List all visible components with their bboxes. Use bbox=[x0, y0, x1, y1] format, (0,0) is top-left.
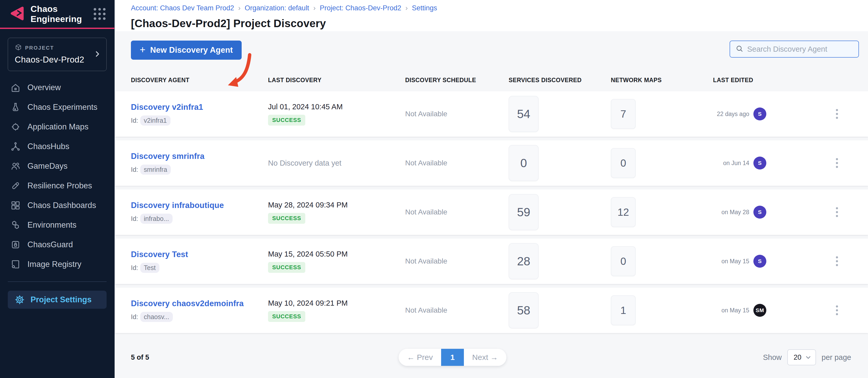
sidebar-item-overview[interactable]: Overview bbox=[0, 78, 114, 97]
chaos-logo-icon bbox=[9, 6, 25, 22]
sidebar-item-project-settings[interactable]: Project Settings bbox=[8, 291, 106, 309]
last-discovery-date: May 10, 2024 09:21 PM bbox=[268, 299, 405, 307]
breadcrumb-link-project[interactable]: Project: Chaos-Dev-Prod2 bbox=[320, 4, 412, 12]
plus-icon: + bbox=[140, 45, 146, 55]
sidebar-item-gamedays[interactable]: GameDays bbox=[0, 156, 114, 176]
network-maps-count-tile: 1 bbox=[611, 295, 636, 325]
agent-id: Id:infrabo... bbox=[131, 214, 268, 224]
breadcrumb-link-account[interactable]: Account: Chaos Dev Team Prod2 bbox=[131, 4, 245, 12]
breadcrumb-link-organization[interactable]: Organization: default bbox=[245, 4, 320, 12]
last-edited-text: on May 28 bbox=[713, 209, 749, 216]
people-icon bbox=[10, 161, 21, 171]
next-button[interactable]: Next → bbox=[464, 349, 506, 366]
kebab-menu-button[interactable] bbox=[834, 204, 840, 220]
status-badge: SUCCESS bbox=[268, 115, 305, 126]
search-box bbox=[730, 41, 859, 58]
table-footer: 5 of 5 ← Prev 1 Next → Show 20 per page bbox=[131, 337, 859, 378]
sidebar-item-application-maps[interactable]: Application Maps bbox=[0, 117, 114, 137]
avatar: SM bbox=[753, 304, 766, 317]
services-count-tile: 59 bbox=[509, 194, 539, 230]
pagination: ← Prev 1 Next → bbox=[399, 349, 506, 366]
last-edited-text: on Jun 14 bbox=[713, 160, 749, 167]
project-label: PROJECT bbox=[25, 45, 54, 51]
schedule-text: Not Available bbox=[405, 306, 509, 314]
per-page-label: per page bbox=[822, 353, 851, 362]
kebab-menu-button[interactable] bbox=[834, 106, 840, 122]
kebab-menu-button[interactable] bbox=[834, 302, 840, 318]
avatar: S bbox=[753, 157, 766, 170]
prev-button[interactable]: ← Prev bbox=[399, 349, 441, 366]
new-discovery-agent-button[interactable]: + New Discovery Agent bbox=[131, 41, 242, 60]
flask-icon bbox=[10, 102, 21, 112]
project-selector-card[interactable]: PROJECT Chaos-Dev-Prod2 bbox=[8, 38, 106, 71]
agent-id: Id:smrinfra bbox=[131, 165, 268, 175]
last-discovery-date: May 28, 2024 09:34 PM bbox=[268, 201, 405, 209]
table-header-last-discovery: LAST DISCOVERY bbox=[268, 77, 405, 84]
sidebar-item-resilience-probes[interactable]: Resilience Probes bbox=[0, 176, 114, 196]
kebab-menu-button[interactable] bbox=[834, 253, 840, 270]
avatar: S bbox=[753, 255, 766, 268]
sidebar-item-image-registry[interactable]: Image Registry bbox=[0, 254, 114, 274]
id-pill: infrabo... bbox=[140, 214, 173, 224]
status-badge: SUCCESS bbox=[268, 213, 305, 224]
table-row: Discovery v2infra1 Id:v2infra1 Jul 01, 2… bbox=[115, 91, 868, 137]
sidebar-item-environments[interactable]: Environments bbox=[0, 215, 114, 235]
results-count: 5 of 5 bbox=[131, 353, 149, 362]
table-header-last-edited: LAST EDITED bbox=[713, 77, 859, 84]
target-icon bbox=[10, 122, 21, 132]
last-edited-text: 22 days ago bbox=[713, 111, 749, 117]
lock-icon bbox=[10, 240, 21, 250]
services-count-tile: 0 bbox=[509, 145, 539, 181]
id-pill: v2infra1 bbox=[140, 115, 170, 126]
project-name: Chaos-Dev-Prod2 bbox=[15, 55, 91, 65]
schedule-text: Not Available bbox=[405, 159, 509, 167]
show-label: Show bbox=[763, 353, 782, 362]
page-1-button[interactable]: 1 bbox=[441, 349, 464, 366]
sidebar-item-chaos-experiments[interactable]: Chaos Experiments bbox=[0, 97, 114, 117]
sidebar-item-chaos-dashboards[interactable]: Chaos Dashboards bbox=[0, 196, 114, 215]
probe-icon bbox=[10, 181, 21, 191]
table-header-network-maps: NETWORK MAPS bbox=[611, 77, 713, 84]
main-content: Account: Chaos Dev Team Prod2 Organizati… bbox=[115, 0, 868, 378]
dashboard-icon bbox=[10, 200, 21, 211]
agent-name-link[interactable]: Discovery infraboutique bbox=[131, 201, 268, 210]
agent-name-link[interactable]: Discovery v2infra1 bbox=[131, 103, 268, 112]
cube-icon bbox=[15, 44, 22, 52]
breadcrumb: Account: Chaos Dev Team Prod2 Organizati… bbox=[131, 4, 859, 12]
app-title: Chaos Engineering bbox=[31, 4, 88, 24]
search-input[interactable] bbox=[747, 45, 853, 54]
sidebar-item-chaosguard[interactable]: ChaosGuard bbox=[0, 235, 114, 254]
search-icon bbox=[735, 44, 744, 54]
breadcrumb-link-settings[interactable]: Settings bbox=[412, 4, 437, 12]
agent-name-link[interactable]: Discovery Test bbox=[131, 250, 268, 259]
table-row: Discovery Test Id:Test May 15, 2024 05:5… bbox=[115, 238, 868, 284]
module-grid-icon[interactable] bbox=[94, 8, 105, 20]
id-pill: Test bbox=[140, 263, 159, 273]
table-header-row: DISCOVERY AGENT LAST DISCOVERY DISCOVERY… bbox=[131, 76, 859, 84]
services-count-tile: 58 bbox=[509, 292, 539, 329]
last-edited-text: on May 15 bbox=[713, 307, 749, 314]
schedule-text: Not Available bbox=[405, 257, 509, 265]
avatar: S bbox=[753, 206, 766, 218]
network-maps-count-tile: 0 bbox=[611, 246, 636, 276]
sidebar-item-chaoshubs[interactable]: ChaosHubs bbox=[0, 137, 114, 156]
agent-id: Id:Test bbox=[131, 263, 268, 273]
table-header-services-discovered: SERVICES DISCOVERED bbox=[509, 77, 611, 84]
table-row: Discovery infraboutique Id:infrabo... Ma… bbox=[115, 190, 868, 235]
network-maps-count-tile: 0 bbox=[611, 148, 636, 178]
agent-name-link[interactable]: Discovery chaosv2demoinfra bbox=[131, 299, 268, 308]
agent-id: Id:v2infra1 bbox=[131, 115, 268, 126]
services-count-tile: 54 bbox=[509, 96, 539, 132]
page-size-select[interactable]: 20 bbox=[787, 349, 816, 365]
home-icon bbox=[10, 82, 21, 93]
page-size-control: Show 20 per page bbox=[763, 349, 851, 365]
services-count-tile: 28 bbox=[509, 243, 539, 279]
table-body: Discovery v2infra1 Id:v2infra1 Jul 01, 2… bbox=[115, 91, 868, 333]
last-discovery-date: No Discovery data yet bbox=[268, 159, 405, 167]
table-row: Discovery smrinfra Id:smrinfra No Discov… bbox=[115, 140, 868, 186]
table-header-discovery-schedule: DISCOVERY SCHEDULE bbox=[405, 77, 509, 84]
gear-icon bbox=[14, 295, 25, 305]
kebab-menu-button[interactable] bbox=[834, 155, 840, 171]
agent-name-link[interactable]: Discovery smrinfra bbox=[131, 152, 268, 161]
status-badge: SUCCESS bbox=[268, 262, 305, 273]
